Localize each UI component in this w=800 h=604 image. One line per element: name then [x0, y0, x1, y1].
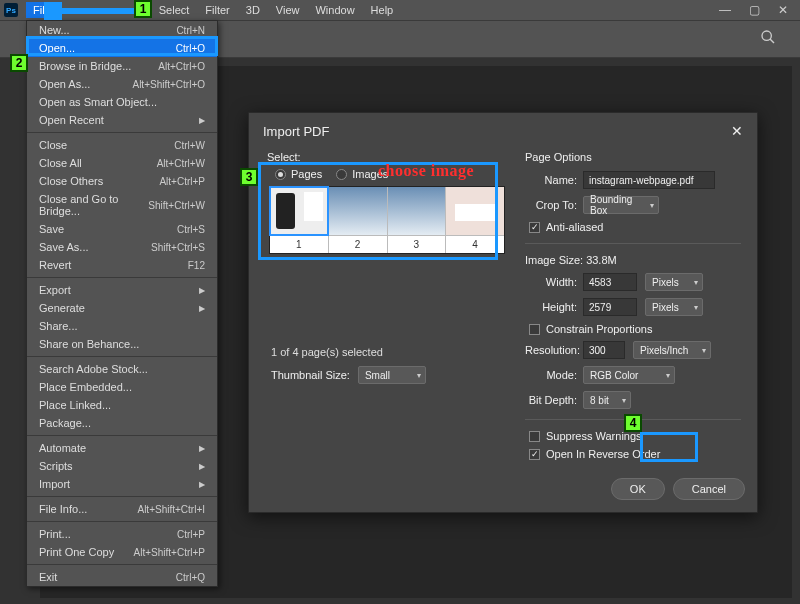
callout-2: 2 [10, 54, 28, 72]
menu-item-search-adobe-stock[interactable]: Search Adobe Stock... [27, 360, 217, 378]
menu-item-package[interactable]: Package... [27, 414, 217, 432]
menu-item-close-all[interactable]: Close AllAlt+Ctrl+W [27, 154, 217, 172]
name-field[interactable]: instagram-webpage.pdf [583, 171, 715, 189]
dialog-close-icon[interactable]: ✕ [731, 123, 743, 139]
menu-item-automate[interactable]: Automate▶ [27, 439, 217, 457]
height-unit-dropdown[interactable]: Pixels [645, 298, 703, 316]
resolution-unit-dropdown[interactable]: Pixels/Inch [633, 341, 711, 359]
menu-item-exit[interactable]: ExitCtrl+Q [27, 568, 217, 586]
window-controls: — ▢ ✕ [719, 3, 788, 17]
menu-item-browse-in-bridge[interactable]: Browse in Bridge...Alt+Ctrl+O [27, 57, 217, 75]
constrain-checkbox[interactable] [529, 324, 540, 335]
bitdepth-dropdown[interactable]: 8 bit [583, 391, 631, 409]
menu-item-open-as[interactable]: Open As...Alt+Shift+Ctrl+O [27, 75, 217, 93]
mode-dropdown[interactable]: RGB Color [583, 366, 675, 384]
width-unit-dropdown[interactable]: Pixels [645, 273, 703, 291]
thumbnail-size-label: Thumbnail Size: [271, 369, 350, 381]
choose-image-label: choose image [378, 162, 474, 180]
crop-dropdown[interactable]: Bounding Box [583, 196, 659, 214]
reverse-checkbox[interactable] [529, 449, 540, 460]
menu-item-share[interactable]: Share... [27, 317, 217, 335]
selection-status: 1 of 4 page(s) selected [267, 346, 509, 358]
svg-line-1 [770, 39, 774, 43]
menu-item-open-recent[interactable]: Open Recent▶ [27, 111, 217, 129]
mode-label: Mode: [525, 369, 583, 381]
menu-item-generate[interactable]: Generate▶ [27, 299, 217, 317]
menu-item-file-info[interactable]: File Info...Alt+Shift+Ctrl+I [27, 500, 217, 518]
file-menu-dropdown: New...Ctrl+NOpen...Ctrl+OBrowse in Bridg… [26, 20, 218, 587]
thumbnail-size-dropdown[interactable]: Small [358, 366, 426, 384]
cancel-button[interactable]: Cancel [673, 478, 745, 500]
maximize-icon[interactable]: ▢ [749, 3, 760, 17]
menu-item-close[interactable]: CloseCtrl+W [27, 136, 217, 154]
menu-3d[interactable]: 3D [239, 2, 267, 18]
height-label: Height: [525, 301, 583, 313]
close-icon[interactable]: ✕ [778, 3, 788, 17]
menu-item-place-embedded[interactable]: Place Embedded... [27, 378, 217, 396]
ok-button[interactable]: OK [611, 478, 665, 500]
outline-open [26, 36, 218, 56]
arrow-to-file [44, 2, 138, 20]
crop-label: Crop To: [525, 199, 583, 211]
menu-item-place-linked[interactable]: Place Linked... [27, 396, 217, 414]
resolution-field[interactable]: 300 [583, 341, 625, 359]
menu-item-save[interactable]: SaveCtrl+S [27, 220, 217, 238]
menu-window[interactable]: Window [308, 2, 361, 18]
antialiased-label: Anti-aliased [546, 221, 603, 233]
width-label: Width: [525, 276, 583, 288]
minimize-icon[interactable]: — [719, 3, 731, 17]
menu-item-open-as-smart-object[interactable]: Open as Smart Object... [27, 93, 217, 111]
menu-item-scripts[interactable]: Scripts▶ [27, 457, 217, 475]
bitdepth-label: Bit Depth: [525, 394, 583, 406]
image-size-heading: Image Size: 33.8M [525, 254, 741, 266]
menu-item-print[interactable]: Print...Ctrl+P [27, 525, 217, 543]
menu-help[interactable]: Help [364, 2, 401, 18]
search-icon[interactable] [760, 29, 776, 49]
menu-filter[interactable]: Filter [198, 2, 236, 18]
menu-item-print-one-copy[interactable]: Print One CopyAlt+Shift+Ctrl+P [27, 543, 217, 561]
width-field[interactable]: 4583 [583, 273, 637, 291]
menu-item-import[interactable]: Import▶ [27, 475, 217, 493]
callout-1: 1 [134, 0, 152, 18]
height-field[interactable]: 2579 [583, 298, 637, 316]
callout-4: 4 [624, 414, 642, 432]
antialiased-checkbox[interactable] [529, 222, 540, 233]
suppress-checkbox[interactable] [529, 431, 540, 442]
page-options-heading: Page Options [525, 151, 741, 163]
menu-item-close-others[interactable]: Close OthersAlt+Ctrl+P [27, 172, 217, 190]
name-label: Name: [525, 174, 583, 186]
menu-select[interactable]: Select [152, 2, 197, 18]
svg-point-0 [762, 31, 771, 40]
resolution-label: Resolution: [525, 344, 583, 356]
menu-view[interactable]: View [269, 2, 307, 18]
dialog-title: Import PDF [263, 124, 329, 139]
menu-item-revert[interactable]: RevertF12 [27, 256, 217, 274]
menu-item-export[interactable]: Export▶ [27, 281, 217, 299]
menu-item-save-as[interactable]: Save As...Shift+Ctrl+S [27, 238, 217, 256]
menu-item-share-on-behance[interactable]: Share on Behance... [27, 335, 217, 353]
menu-item-close-and-go-to-bridge[interactable]: Close and Go to Bridge...Shift+Ctrl+W [27, 190, 217, 220]
outline-ok [640, 432, 698, 462]
constrain-label: Constrain Proportions [546, 323, 652, 335]
app-logo: Ps [4, 3, 18, 17]
callout-3: 3 [240, 168, 258, 186]
